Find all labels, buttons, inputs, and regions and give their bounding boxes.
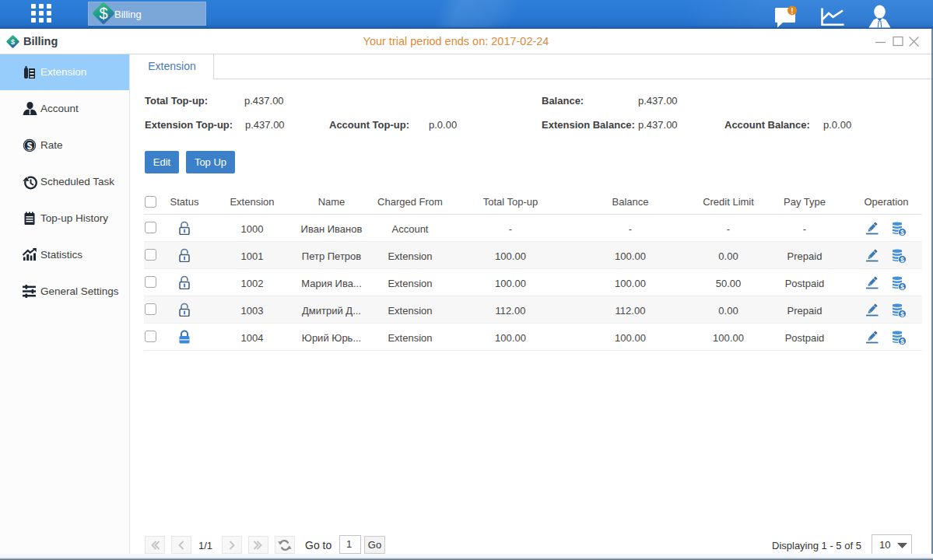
svg-text:$: $: [27, 141, 33, 152]
svg-text:$: $: [900, 338, 904, 345]
svg-text:$: $: [900, 256, 904, 264]
svg-text:$: $: [11, 38, 15, 46]
svg-text:$: $: [900, 229, 904, 236]
svg-text:$: $: [99, 5, 107, 22]
svg-text:!: !: [791, 7, 793, 16]
svg-text:$: $: [900, 310, 904, 318]
svg-text:$: $: [900, 283, 904, 291]
